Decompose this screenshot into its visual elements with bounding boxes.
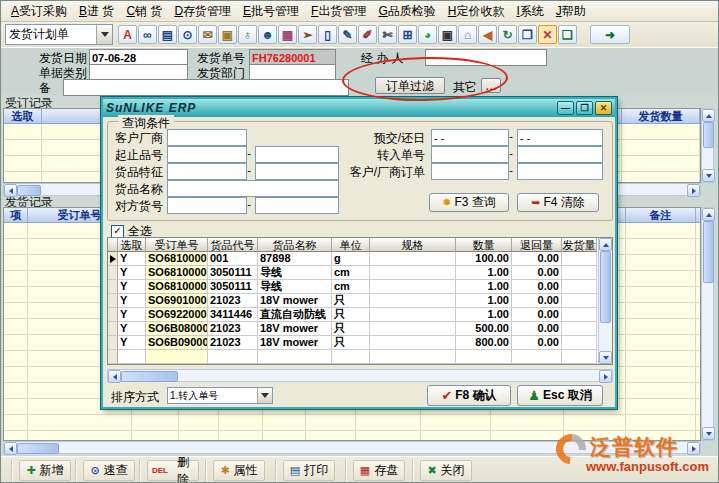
sort-dropdown-button[interactable] [257,388,272,403]
exit-icon[interactable]: ➜ [590,25,630,44]
dialog-grid-row[interactable]: YSO6B0800012102318V mower只500.000.00 [108,322,612,336]
f8-confirm-button[interactable]: ✔ F8 确认 [427,385,511,406]
row-marker-cell[interactable] [108,322,118,336]
dialog-grid-cell[interactable]: 18V mower [258,336,332,350]
dialog-grid-cell[interactable] [370,308,456,322]
remark-input[interactable] [63,79,349,96]
refresh-icon[interactable]: ↻ [498,25,517,44]
dialog-grid-row[interactable]: YSO6810000100187898g100.000.00 [108,252,612,266]
dialog-grid-cell[interactable] [370,252,456,266]
menu-item-e[interactable]: E批号管理 [237,1,305,22]
dialog-grid-cell[interactable] [146,350,208,364]
dialog-grid-cell[interactable] [562,266,597,280]
dialog-grid-cell[interactable] [562,294,597,308]
dialog-grid-cell[interactable] [370,336,456,350]
dialog-grid-row[interactable]: YSO681000013050111导线cm1.000.00 [108,266,612,280]
row-marker-cell[interactable] [108,350,118,364]
dialog-grid-cell[interactable]: g [332,252,370,266]
delivery-grid-hscrollbar[interactable] [3,441,701,454]
dialog-grid-cell[interactable]: SO6B080001 [146,322,208,336]
dialog-grid-cell[interactable] [370,294,456,308]
dialog-grid-cell[interactable] [208,350,258,364]
font-icon[interactable]: A [118,25,137,44]
dialog-grid-hscrollbar[interactable] [107,369,613,382]
document-icon[interactable]: ▯ [318,25,337,44]
dialog-grid-cell[interactable]: Y [118,336,146,350]
briefcase-icon[interactable]: ▣ [218,25,237,44]
row-marker-cell[interactable] [108,280,118,294]
dialog-grid-cell[interactable]: 0.00 [512,322,562,336]
row-marker-cell[interactable] [108,336,118,350]
mail-icon[interactable]: ✉ [198,25,217,44]
chart-icon[interactable]: ◕ [418,25,437,44]
row-marker-cell[interactable] [108,294,118,308]
menu-item-i[interactable]: I系统 [510,1,549,22]
dialog-grid-cell[interactable]: 只 [332,308,370,322]
menu-item-b[interactable]: B进 货 [73,1,120,22]
dialog-grid-cell[interactable]: SO69220001 [146,308,208,322]
dialog-titlebar[interactable]: SuNLIKE ERP — ❒ ✕ [103,99,615,117]
grid-header-cell[interactable]: 发货数量 [622,109,700,123]
dialog-grid-cell[interactable]: SO69010001 [146,294,208,308]
sort-mode-combo[interactable]: 1.转入单号 [167,387,273,404]
menu-item-a[interactable]: A受订采购 [5,1,73,22]
dialog-grid-cell[interactable]: 1.00 [456,308,512,322]
menu-item-d[interactable]: D存货管理 [168,1,237,22]
dialog-grid-cell[interactable]: cm [332,280,370,294]
f3-query-button[interactable]: ✹ F3 查询 [429,193,509,212]
binoculars-icon[interactable]: ∞ [138,25,157,44]
dialog-grid-cell[interactable] [370,322,456,336]
dialog-grid-cell[interactable]: 800.00 [456,336,512,350]
dialog-grid-row[interactable] [108,350,612,364]
dialog-grid-cell[interactable]: 21023 [208,336,258,350]
stop-icon[interactable]: ▣ [438,25,457,44]
dialog-grid-row[interactable]: YSO681000013050111导线cm1.000.00 [108,280,612,294]
dialog-grid-cell[interactable]: 0.00 [512,308,562,322]
due-date-from-input[interactable] [431,129,509,146]
row-marker-cell[interactable] [108,252,118,266]
basket-icon[interactable]: ▦ [278,25,297,44]
dialog-grid-cell[interactable]: 1.00 [456,294,512,308]
item-from-input[interactable] [167,146,247,163]
dialog-grid-header-cell[interactable]: 数量 [456,238,512,252]
dialog-grid-cell[interactable]: 导线 [258,266,332,280]
dialog-grid-cell[interactable]: SO68100001 [146,280,208,294]
esc-cancel-button[interactable]: ♟ Esc 取消 [517,385,603,406]
dialog-grid-header-cell[interactable]: 退回量 [512,238,562,252]
dialog-grid-cell[interactable] [512,350,562,364]
dialog-grid-vscrollbar[interactable] [598,238,612,364]
opposite-to-input[interactable] [255,197,339,214]
dialog-grid-header-cell[interactable]: 规格 [370,238,456,252]
delete-button[interactable]: DEL删除 [147,460,199,481]
properties-button[interactable]: ✱属性 [213,460,265,481]
dialog-grid-cell[interactable]: cm [332,266,370,280]
pencil-icon[interactable]: ✎ [338,25,357,44]
dialog-grid-cell[interactable]: 0.00 [512,294,562,308]
dialog-grid-header-cell[interactable]: 受订单号 [146,238,208,252]
dialog-grid-cell[interactable] [562,350,597,364]
grid-header-cell[interactable]: 选取 [4,109,42,123]
dialog-grid-cell[interactable]: Y [118,294,146,308]
grid-empty-row[interactable] [4,431,700,441]
dialog-grid-cell[interactable]: 18V mower [258,322,332,336]
dialog-grid-cell[interactable]: 0.00 [512,280,562,294]
item-to-input[interactable] [255,146,339,163]
dialog-grid-cell[interactable] [370,280,456,294]
doc-type-combo[interactable]: 发货计划单 [5,24,113,45]
customer-order-from-input[interactable] [431,163,509,180]
order-filter-button[interactable]: 订单过滤 [375,77,445,94]
feature-to-input[interactable] [255,163,339,180]
dialog-grid-cell[interactable] [562,308,597,322]
dialog-grid-header-cell[interactable]: 选取 [118,238,146,252]
dialog-grid-cell[interactable] [562,280,597,294]
dialog-grid-cell[interactable] [118,350,146,364]
row-marker-cell[interactable] [108,266,118,280]
dialog-grid-cell[interactable]: 18V mower [258,294,332,308]
close-icon[interactable]: ✕ [595,101,612,115]
dialog-grid-header-cell[interactable]: 货品代号 [208,238,258,252]
minimize-icon[interactable]: — [557,101,574,115]
menu-item-c[interactable]: C销 货 [120,1,168,22]
save-button[interactable]: ▦存盘 [353,460,405,481]
eraser-icon[interactable]: ✄ [378,25,397,44]
window-icon[interactable]: ❐ [518,25,537,44]
